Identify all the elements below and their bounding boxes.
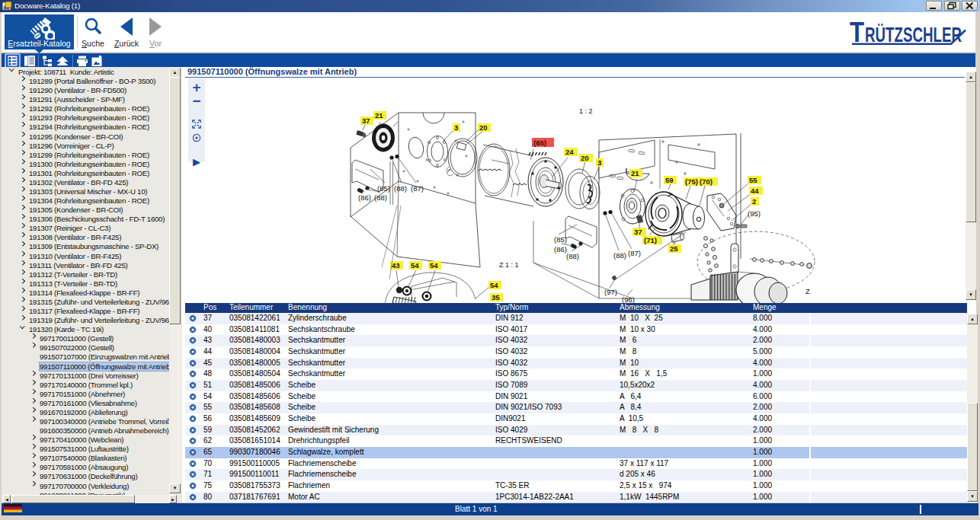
svg-text:44: 44 — [751, 187, 759, 195]
svg-text:24: 24 — [565, 148, 574, 156]
svg-text:21: 21 — [631, 169, 639, 177]
svg-text:Z: Z — [805, 287, 810, 295]
svg-text:(65): (65) — [533, 139, 546, 147]
svg-text:54: 54 — [430, 261, 438, 270]
svg-text:T: T — [850, 21, 864, 46]
svg-text:(88): (88) — [394, 184, 407, 193]
svg-text:55: 55 — [749, 176, 757, 184]
svg-text:(87): (87) — [628, 249, 641, 257]
svg-text:25: 25 — [670, 244, 678, 253]
svg-text:59: 59 — [665, 176, 674, 184]
svg-text:1 : 2: 1 : 2 — [579, 107, 593, 115]
svg-text:(86): (86) — [554, 245, 567, 254]
svg-text:(88): (88) — [374, 193, 387, 202]
svg-text:20: 20 — [479, 123, 488, 132]
svg-text:37: 37 — [634, 228, 642, 236]
svg-text:(86): (86) — [358, 193, 371, 202]
svg-text:(95): (95) — [748, 209, 761, 218]
svg-text:(97): (97) — [604, 288, 617, 296]
svg-text:(85): (85) — [554, 235, 567, 244]
svg-text:(70): (70) — [700, 177, 713, 186]
svg-text:2: 2 — [752, 197, 756, 206]
svg-text:(75): (75) — [685, 177, 698, 186]
svg-text:20: 20 — [581, 154, 589, 162]
svg-text:(71): (71) — [644, 236, 657, 244]
svg-text:(88): (88) — [566, 252, 579, 260]
svg-text:RÜTZSCHLER: RÜTZSCHLER — [865, 22, 962, 46]
svg-text:37: 37 — [362, 116, 370, 125]
svg-text:Z 1 : 1: Z 1 : 1 — [499, 261, 519, 269]
svg-text:21: 21 — [375, 111, 383, 120]
svg-text:(96): (96) — [622, 295, 635, 303]
svg-text:43: 43 — [392, 261, 400, 270]
svg-text:(85): (85) — [377, 184, 390, 193]
svg-text:3: 3 — [597, 158, 601, 167]
svg-text:54: 54 — [490, 281, 498, 289]
svg-text:3: 3 — [454, 123, 458, 132]
svg-text:35: 35 — [492, 293, 500, 301]
svg-text:(88): (88) — [613, 251, 626, 260]
svg-text:(87): (87) — [411, 184, 424, 193]
svg-text:54: 54 — [411, 261, 419, 270]
